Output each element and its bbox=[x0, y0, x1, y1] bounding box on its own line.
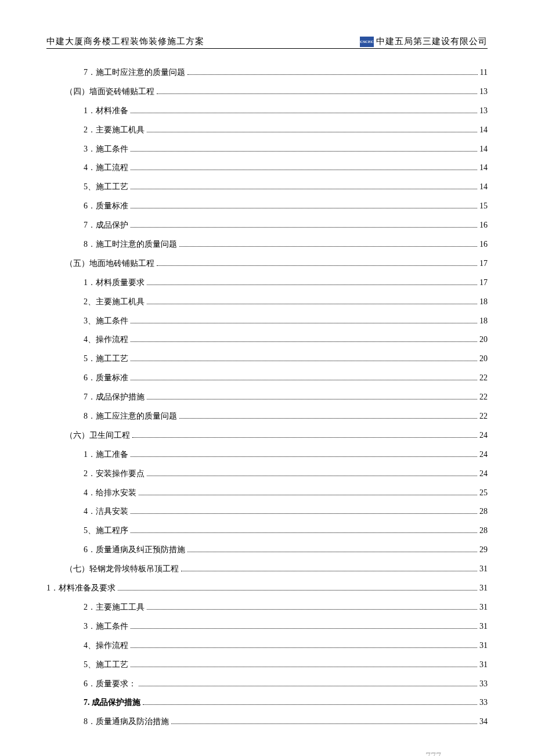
toc-page-number: 29 bbox=[479, 545, 488, 556]
toc-page-number: 13 bbox=[479, 87, 488, 98]
toc-entry: 8．施工时注意的质量问题16 bbox=[46, 239, 488, 250]
toc-label: 6．质量通病及纠正预防措施 bbox=[84, 545, 185, 556]
toc-page-number: 16 bbox=[479, 239, 488, 250]
toc-page-number: 20 bbox=[479, 354, 488, 365]
toc-entry: 4．洁具安装28 bbox=[46, 506, 488, 517]
toc-label: 5、施工程序 bbox=[84, 525, 128, 537]
toc-entry: （七）轻钢龙骨埃特板吊顶工程31 bbox=[46, 564, 488, 575]
toc-page-number: 34 bbox=[479, 717, 488, 728]
toc-entry: 2、主要施工机具18 bbox=[46, 297, 488, 308]
toc-leader-dots bbox=[131, 513, 477, 514]
toc-page-number: 14 bbox=[479, 125, 488, 136]
toc-page-number: 18 bbox=[479, 297, 488, 308]
toc-page-number: 14 bbox=[479, 163, 488, 174]
toc-entry: 7. 成品保护措施33 bbox=[46, 697, 488, 708]
toc-label: 8．施工时注意的质量问题 bbox=[84, 239, 177, 250]
toc-page-number: 22 bbox=[479, 392, 488, 403]
toc-label: 3、施工条件 bbox=[84, 316, 128, 327]
toc-leader-dots bbox=[131, 208, 477, 208]
toc-label: 5、施工工艺 bbox=[84, 182, 128, 193]
toc-page-number: 22 bbox=[479, 411, 488, 422]
toc-page-number: 25 bbox=[479, 488, 488, 499]
toc-entry: 3、施工条件18 bbox=[46, 316, 488, 327]
toc-entry: 3．施工条件14 bbox=[46, 144, 488, 155]
toc-entry: （五）地面地砖铺贴工程17 bbox=[46, 258, 488, 269]
toc-leader-dots bbox=[147, 399, 477, 399]
toc-leader-dots bbox=[131, 323, 477, 323]
toc-label: 7．成品保护 bbox=[84, 220, 128, 231]
toc-entry: 4、操作流程20 bbox=[46, 334, 488, 345]
toc-entry: 6．质量标准15 bbox=[46, 201, 488, 212]
toc-entry: 3．施工条件31 bbox=[46, 621, 488, 632]
toc-page-number: 31 bbox=[479, 660, 488, 671]
toc-page-number: 31 bbox=[479, 602, 488, 613]
footer-watermark: 777 bbox=[425, 751, 441, 756]
toc-page-number: 31 bbox=[479, 621, 488, 632]
toc-leader-dots bbox=[187, 552, 477, 552]
toc-label: 8．施工应注意的质量问题 bbox=[84, 411, 177, 422]
toc-leader-dots bbox=[131, 170, 477, 170]
toc-page-number: 17 bbox=[479, 278, 488, 289]
table-of-contents: 7．施工时应注意的质量问题11（四）墙面瓷砖铺贴工程131．材料准备132．主要… bbox=[46, 67, 488, 728]
toc-entry: 1．材料质量要求17 bbox=[46, 278, 488, 289]
toc-page-number: 31 bbox=[479, 583, 488, 594]
toc-leader-dots bbox=[132, 437, 477, 438]
toc-label: 2．安装操作要点 bbox=[84, 469, 145, 480]
toc-entry: 1．材料准备及要求31 bbox=[46, 583, 488, 594]
toc-label: 3．施工条件 bbox=[84, 144, 128, 155]
toc-entry: 6．质量要求：33 bbox=[46, 679, 488, 690]
toc-leader-dots bbox=[131, 456, 477, 457]
toc-page-number: 14 bbox=[479, 182, 488, 193]
toc-label: 7. 成品保护措施 bbox=[84, 697, 140, 708]
toc-label: 2、主要施工机具 bbox=[84, 297, 145, 308]
toc-label: 4、操作流程 bbox=[84, 640, 128, 651]
toc-leader-dots bbox=[131, 380, 477, 380]
toc-label: 5、施工工艺 bbox=[84, 660, 128, 671]
toc-label: （四）墙面瓷砖铺贴工程 bbox=[65, 87, 154, 98]
toc-entry: 7．施工时应注意的质量问题11 bbox=[46, 67, 488, 78]
toc-label: 1．施工准备 bbox=[84, 449, 128, 460]
toc-leader-dots bbox=[179, 418, 477, 419]
toc-page-number: 18 bbox=[479, 316, 488, 327]
toc-leader-dots bbox=[139, 495, 477, 495]
toc-entry: 4．施工流程14 bbox=[46, 163, 488, 174]
toc-page-number: 15 bbox=[479, 201, 488, 212]
toc-entry: 1．施工准备24 bbox=[46, 449, 488, 460]
toc-label: （七）轻钢龙骨埃特板吊顶工程 bbox=[65, 564, 179, 575]
toc-label: 8．质量通病及防治措施 bbox=[84, 717, 169, 728]
toc-page-number: 33 bbox=[479, 679, 488, 690]
toc-entry: 4．给排水安装25 bbox=[46, 488, 488, 499]
toc-entry: 7．成品保护措施22 bbox=[46, 392, 488, 403]
toc-label: 6．质量标准 bbox=[84, 201, 128, 212]
toc-label: 4、操作流程 bbox=[84, 334, 128, 345]
toc-leader-dots bbox=[147, 285, 477, 285]
toc-entry: 1．材料准备13 bbox=[46, 106, 488, 117]
toc-page-number: 31 bbox=[479, 564, 488, 575]
toc-leader-dots bbox=[147, 476, 477, 476]
toc-label: 5．施工工艺 bbox=[84, 354, 128, 365]
toc-leader-dots bbox=[181, 571, 477, 571]
toc-label: 4．施工流程 bbox=[84, 163, 128, 174]
toc-entry: 2．主要施工工具31 bbox=[46, 602, 488, 613]
toc-entry: 6．质量标准22 bbox=[46, 373, 488, 384]
toc-label: 3．施工条件 bbox=[84, 621, 128, 632]
toc-label: （六）卫生间工程 bbox=[65, 430, 130, 441]
toc-label: 2．主要施工机具 bbox=[84, 125, 145, 136]
toc-label: （五）地面地砖铺贴工程 bbox=[65, 258, 154, 269]
toc-leader-dots bbox=[131, 189, 477, 189]
toc-page-number: 24 bbox=[479, 430, 488, 441]
toc-entry: 4、操作流程31 bbox=[46, 640, 488, 651]
toc-page-number: 17 bbox=[479, 258, 488, 269]
toc-leader-dots bbox=[131, 532, 477, 533]
toc-label: 4．给排水安装 bbox=[84, 488, 136, 499]
toc-leader-dots bbox=[147, 304, 477, 304]
toc-label: 6．质量要求： bbox=[84, 679, 136, 690]
toc-page-number: 20 bbox=[479, 334, 488, 345]
toc-entry: 5．施工工艺20 bbox=[46, 354, 488, 365]
toc-leader-dots bbox=[131, 361, 477, 361]
toc-page-number: 13 bbox=[479, 106, 488, 117]
toc-page-number: 24 bbox=[479, 469, 488, 480]
toc-label: 1．材料准备 bbox=[84, 106, 128, 117]
toc-leader-dots bbox=[131, 647, 477, 648]
toc-label: 1．材料准备及要求 bbox=[46, 583, 116, 594]
